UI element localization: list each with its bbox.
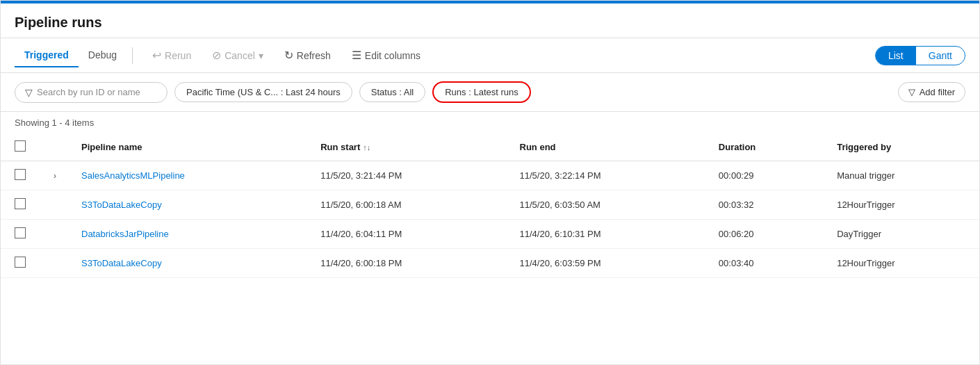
expand-arrow[interactable]: › <box>54 171 56 181</box>
showing-text: Showing 1 - 4 items <box>1 112 979 133</box>
table-header-row: Pipeline name Run start ↑↓ Run end <box>1 133 979 161</box>
row-run-start: 11/5/20, 3:21:44 PM <box>307 161 505 190</box>
row-expand-cell[interactable]: › <box>40 161 67 190</box>
cancel-icon: ⊘ <box>212 49 221 62</box>
tab-divider <box>132 47 133 64</box>
pipeline-link[interactable]: DatabricksJarPipeline <box>81 229 169 239</box>
row-triggered-by: Manual trigger <box>823 161 979 190</box>
add-filter-label: Add filter <box>920 87 955 97</box>
th-pipeline-name: Pipeline name <box>67 133 307 161</box>
row-triggered-by: 12HourTrigger <box>823 249 979 278</box>
row-run-start: 11/4/20, 6:04:11 PM <box>307 220 505 249</box>
row-checkbox-cell[interactable] <box>1 249 40 278</box>
row-run-end: 11/4/20, 6:03:59 PM <box>506 249 705 278</box>
tab-debug[interactable]: Debug <box>79 44 126 67</box>
row-expand-cell <box>40 220 67 249</box>
select-all-header[interactable] <box>1 133 40 161</box>
time-filter[interactable]: Pacific Time (US & C... : Last 24 hours <box>174 82 352 102</box>
row-checkbox-cell[interactable] <box>1 161 40 190</box>
pipeline-link[interactable]: SalesAnalyticsMLPipeline <box>81 170 185 181</box>
search-filter[interactable]: ▽ Search by run ID or name <box>15 82 168 103</box>
row-checkbox[interactable] <box>15 169 26 180</box>
th-triggered-by: Triggered by <box>823 133 979 161</box>
row-duration: 00:00:29 <box>705 161 823 190</box>
sort-icon: ↑↓ <box>363 143 370 152</box>
status-filter-label: Status : All <box>371 87 414 97</box>
toolbar-actions: ↩ Rerun ⊘ Cancel ▾ ↻ Refresh ☰ Edit colu… <box>144 44 429 66</box>
rerun-button[interactable]: ↩ Rerun <box>144 44 199 66</box>
row-triggered-by: 12HourTrigger <box>823 190 979 220</box>
page-title: Pipeline runs <box>15 15 965 31</box>
select-all-checkbox[interactable] <box>15 140 26 152</box>
filters-bar: ▽ Search by run ID or name Pacific Time … <box>1 73 979 112</box>
row-pipeline-name[interactable]: DatabricksJarPipeline <box>67 220 307 249</box>
status-filter[interactable]: Status : All <box>359 82 425 102</box>
row-run-end: 11/4/20, 6:10:31 PM <box>506 220 705 249</box>
add-filter-icon: ▽ <box>908 87 915 97</box>
gantt-view-button[interactable]: Gantt <box>916 47 965 65</box>
row-duration: 00:03:40 <box>705 249 823 278</box>
edit-columns-button[interactable]: ☰ Edit columns <box>343 44 429 66</box>
cancel-button[interactable]: ⊘ Cancel ▾ <box>204 44 272 66</box>
row-pipeline-name[interactable]: SalesAnalyticsMLPipeline <box>67 161 307 190</box>
row-expand-cell <box>40 190 67 220</box>
page-header: Pipeline runs <box>1 3 979 38</box>
view-toggle: List Gantt <box>875 46 965 65</box>
rerun-icon: ↩ <box>152 49 161 62</box>
table-row: DatabricksJarPipeline 11/4/20, 6:04:11 P… <box>1 220 979 249</box>
search-placeholder: Search by run ID or name <box>37 87 140 97</box>
pipeline-link[interactable]: S3ToDataLakeCopy <box>81 200 162 210</box>
row-checkbox[interactable] <box>15 227 26 238</box>
th-run-start[interactable]: Run start ↑↓ <box>307 133 505 161</box>
row-checkbox[interactable] <box>15 198 26 209</box>
columns-icon: ☰ <box>352 49 361 62</box>
runs-filter-label: Runs : Latest runs <box>445 87 518 97</box>
row-run-start: 11/5/20, 6:00:18 AM <box>307 190 505 220</box>
row-run-end: 11/5/20, 3:22:14 PM <box>506 161 705 190</box>
table-row: S3ToDataLakeCopy 11/5/20, 6:00:18 AM 11/… <box>1 190 979 220</box>
row-checkbox-cell[interactable] <box>1 190 40 220</box>
add-filter-button[interactable]: ▽ Add filter <box>898 82 965 102</box>
row-run-start: 11/4/20, 6:00:18 PM <box>307 249 505 278</box>
pipeline-link[interactable]: S3ToDataLakeCopy <box>81 258 162 268</box>
row-expand-cell <box>40 249 67 278</box>
main-container: Pipeline runs Triggered Debug ↩ Rerun ⊘ … <box>0 0 980 365</box>
table-row: S3ToDataLakeCopy 11/4/20, 6:00:18 PM 11/… <box>1 249 979 278</box>
row-duration: 00:06:20 <box>705 220 823 249</box>
row-duration: 00:03:32 <box>705 190 823 220</box>
list-view-button[interactable]: List <box>876 47 916 65</box>
row-pipeline-name[interactable]: S3ToDataLakeCopy <box>67 249 307 278</box>
cancel-dropdown-icon: ▾ <box>259 50 263 61</box>
row-run-end: 11/5/20, 6:03:50 AM <box>506 190 705 220</box>
toolbar: Triggered Debug ↩ Rerun ⊘ Cancel ▾ ↻ Ref… <box>1 38 979 73</box>
pipeline-runs-table: Pipeline name Run start ↑↓ Run end <box>1 133 979 278</box>
tab-triggered[interactable]: Triggered <box>15 44 79 67</box>
th-run-end: Run end <box>506 133 705 161</box>
row-checkbox-cell[interactable] <box>1 220 40 249</box>
refresh-icon: ↻ <box>284 49 293 62</box>
th-duration: Duration <box>705 133 823 161</box>
th-expand <box>40 133 67 161</box>
row-checkbox[interactable] <box>15 257 26 268</box>
refresh-button[interactable]: ↻ Refresh <box>276 44 339 66</box>
row-triggered-by: DayTrigger <box>823 220 979 249</box>
runs-filter[interactable]: Runs : Latest runs <box>432 81 531 103</box>
row-pipeline-name[interactable]: S3ToDataLakeCopy <box>67 190 307 220</box>
time-filter-label: Pacific Time (US & C... : Last 24 hours <box>186 87 341 97</box>
table-row: › SalesAnalyticsMLPipeline 11/5/20, 3:21… <box>1 161 979 190</box>
search-icon: ▽ <box>25 87 33 98</box>
